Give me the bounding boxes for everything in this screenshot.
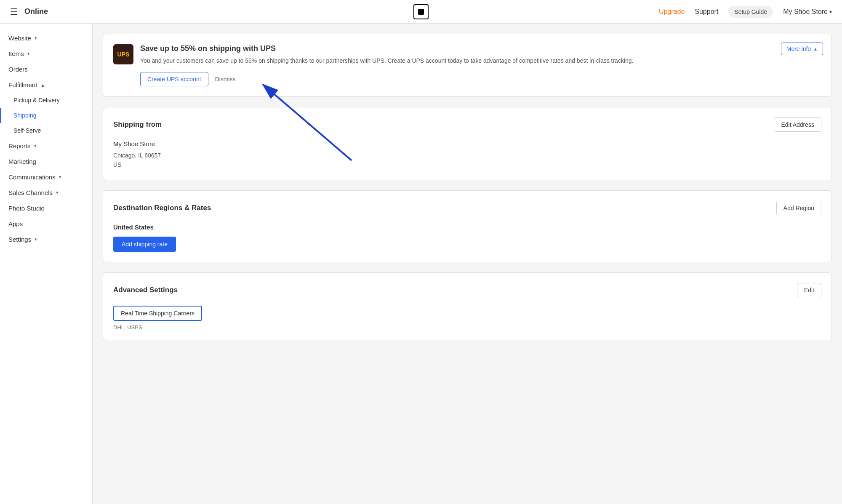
chevron-down-icon: ▾: [35, 35, 37, 41]
store-chevron-icon: ▾: [829, 9, 832, 15]
sidebar-item-items[interactable]: Items ▾: [0, 46, 92, 61]
section-header: Advanced Settings Edit: [113, 283, 821, 297]
sidebar-item-label: Items: [8, 50, 24, 57]
ups-banner-actions: Create UPS account Dismiss: [140, 72, 821, 86]
ups-banner-title: Save up to 55% on shipping with UPS: [140, 44, 821, 53]
sidebar-item-label: Apps: [8, 220, 23, 227]
sidebar-item-label: Settings: [8, 236, 31, 243]
app-title: Online: [24, 7, 48, 16]
section-header: Shipping from Edit Address: [113, 117, 821, 132]
sidebar-item-label: Marketing: [8, 158, 36, 165]
ups-banner: UPS Save up to 55% on shipping with UPS …: [103, 34, 832, 97]
chevron-down-icon: ▾: [59, 174, 61, 180]
store-name: My Shoe Store: [783, 8, 828, 16]
sidebar-item-label: Self-Serve: [13, 127, 41, 134]
chevron-up-icon: ▲: [40, 83, 45, 88]
sidebar-item-settings[interactable]: Settings ▾: [0, 232, 92, 247]
more-info-button[interactable]: More info ▲: [781, 43, 823, 55]
sidebar: Website ▾ Items ▾ Orders Fulfillment ▲ P…: [0, 24, 93, 504]
region-name: United States: [113, 224, 821, 231]
sidebar-item-label: Reports: [8, 142, 31, 149]
section-title: Shipping from: [113, 120, 162, 129]
sidebar-item-apps[interactable]: Apps: [0, 216, 92, 232]
address-text: Chicago, IL 60657 US: [113, 151, 821, 170]
sidebar-item-photo-studio[interactable]: Photo Studio: [0, 200, 92, 216]
setup-guide-button[interactable]: Setup Guide: [728, 6, 773, 18]
sidebar-item-label: Fulfillment: [8, 81, 37, 88]
store-menu[interactable]: My Shoe Store ▾: [783, 8, 832, 16]
create-ups-account-button[interactable]: Create UPS account: [140, 72, 208, 86]
support-link[interactable]: Support: [695, 8, 718, 16]
sidebar-item-website[interactable]: Website ▾: [0, 30, 92, 46]
section-title: Destination Regions & Rates: [113, 204, 211, 212]
destination-regions-section: Destination Regions & Rates Add Region U…: [103, 190, 832, 262]
sidebar-item-fulfillment[interactable]: Fulfillment ▲: [0, 77, 92, 93]
advanced-settings-section: Advanced Settings Edit Real Time Shippin…: [103, 272, 832, 341]
sidebar-item-label: Orders: [8, 66, 28, 73]
sidebar-item-label: Pickup & Delivery: [13, 97, 60, 104]
upgrade-link[interactable]: Upgrade: [659, 8, 685, 16]
square-logo-inner: [418, 9, 424, 15]
sidebar-item-reports[interactable]: Reports ▾: [0, 138, 92, 154]
chevron-down-icon: ▾: [56, 190, 59, 195]
more-info-label: More info: [786, 45, 811, 52]
sidebar-item-label: Shipping: [13, 112, 37, 119]
add-region-button[interactable]: Add Region: [776, 201, 821, 215]
rtsc-badge: Real Time Shipping Carriers: [113, 306, 202, 321]
sidebar-item-label: Sales Channels: [8, 189, 53, 196]
top-navigation: ☰ Online Upgrade Support Setup Guide My …: [0, 0, 842, 24]
ups-content: Save up to 55% on shipping with UPS You …: [140, 44, 821, 86]
chevron-up-icon: ▲: [813, 47, 818, 51]
shipping-from-section: Shipping from Edit Address My Shoe Store…: [103, 107, 832, 180]
rtsc-sub: DHL, USPS: [113, 324, 821, 331]
sidebar-item-marketing[interactable]: Marketing: [0, 154, 92, 169]
store-name: My Shoe Store: [113, 140, 821, 147]
sidebar-item-label: Communications: [8, 173, 56, 181]
edit-address-button[interactable]: Edit Address: [774, 117, 821, 132]
sidebar-item-communications[interactable]: Communications ▾: [0, 169, 92, 185]
chevron-down-icon: ▾: [34, 143, 37, 149]
sidebar-item-self-serve[interactable]: Self-Serve: [0, 123, 92, 138]
chevron-down-icon: ▾: [27, 51, 30, 56]
address-line1: Chicago, IL 60657: [113, 152, 161, 159]
ups-logo-text: UPS: [117, 51, 130, 58]
sidebar-item-sales-channels[interactable]: Sales Channels ▾: [0, 185, 92, 200]
sidebar-item-orders[interactable]: Orders: [0, 61, 92, 77]
square-logo: [413, 4, 429, 19]
sidebar-item-shipping[interactable]: Shipping: [0, 108, 92, 123]
sidebar-item-pickup-delivery[interactable]: Pickup & Delivery: [0, 93, 92, 108]
section-title: Advanced Settings: [113, 286, 178, 294]
add-shipping-rate-button[interactable]: Add shipping rate: [113, 237, 176, 252]
hamburger-menu-icon[interactable]: ☰: [10, 7, 18, 17]
ups-logo: UPS: [113, 44, 133, 64]
chevron-down-icon: ▾: [35, 237, 37, 242]
ups-banner-description: You and your customers can save up to 55…: [140, 56, 821, 65]
dismiss-button[interactable]: Dismiss: [215, 76, 236, 83]
main-content: UPS Save up to 55% on shipping with UPS …: [93, 24, 842, 504]
address-line2: US: [113, 161, 121, 168]
sidebar-item-label: Photo Studio: [8, 205, 45, 212]
edit-button[interactable]: Edit: [797, 283, 821, 297]
section-header: Destination Regions & Rates Add Region: [113, 201, 821, 215]
sidebar-item-label: Website: [8, 35, 31, 42]
